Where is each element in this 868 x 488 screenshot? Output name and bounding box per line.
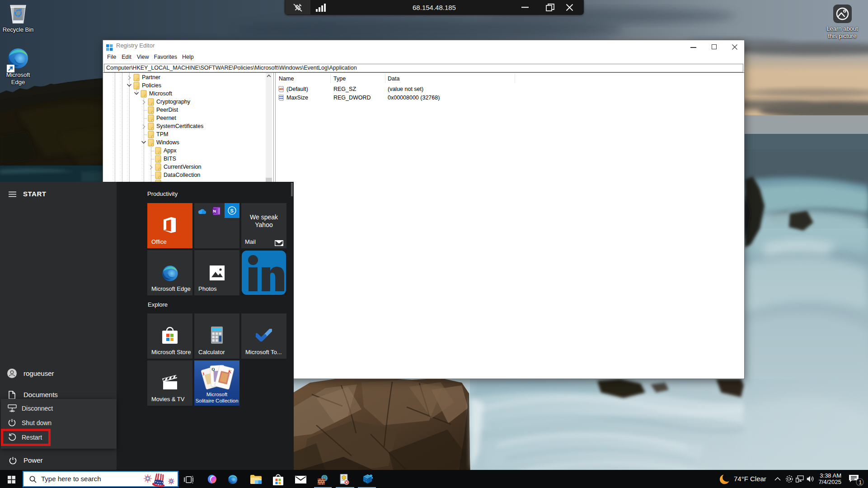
- svg-text:S: S: [230, 208, 234, 213]
- svg-text:ab: ab: [279, 87, 283, 91]
- svg-text:Q: Q: [211, 367, 215, 371]
- svg-text:N: N: [213, 209, 216, 213]
- svg-text:1: 1: [859, 479, 862, 486]
